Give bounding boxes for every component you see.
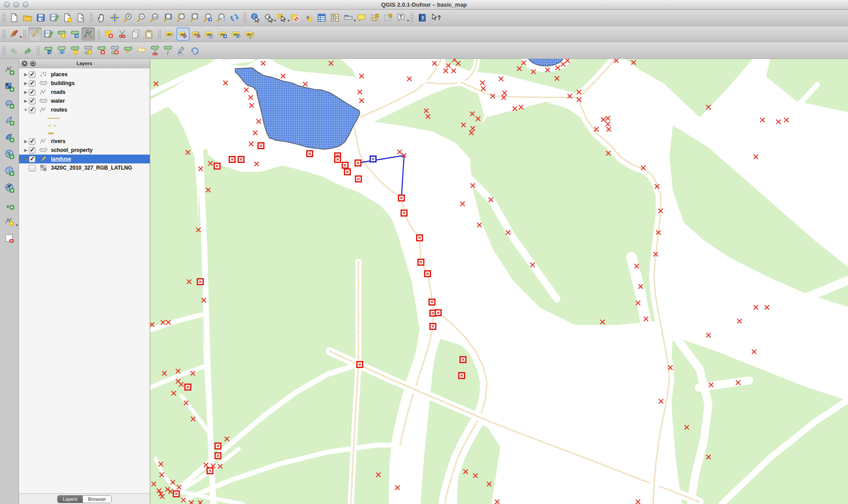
new-project-button[interactable]: [8, 11, 21, 24]
zoom-in-button[interactable]: +: [121, 11, 135, 24]
save-project-as-button[interactable]: [47, 11, 61, 24]
node-tool-button[interactable]: [82, 27, 95, 41]
delete-selected-button[interactable]: [102, 27, 116, 41]
field-calculator-button[interactable]: [328, 11, 342, 24]
layer-visibility-checkbox[interactable]: [29, 80, 35, 87]
selected-vertex-marker[interactable]: [342, 163, 348, 168]
whats-this-button[interactable]: ?: [429, 11, 442, 24]
layer-item-roads[interactable]: ▶ roads: [19, 88, 150, 97]
selected-vertex-marker[interactable]: [460, 357, 466, 363]
zoom-to-selection-button[interactable]: [175, 11, 188, 24]
layer-item-3420c-2010-327-rgb-latlng[interactable]: 3420C_2010_327_RGB_LATLNG: [19, 163, 150, 172]
add-oracle-layer-button[interactable]: [2, 130, 17, 145]
add-wms-layer-button[interactable]: [2, 147, 17, 162]
selected-vertex-marker[interactable]: [429, 299, 435, 305]
selected-vertex-marker[interactable]: [185, 384, 191, 390]
add-wcs-layer-button[interactable]: [2, 163, 17, 178]
expand-arrow-icon[interactable]: ▶: [23, 99, 29, 103]
routes-style-swatch[interactable]: [19, 122, 150, 129]
toolbar-grip[interactable]: [23, 29, 27, 39]
selected-vertex-marker[interactable]: [357, 362, 363, 368]
expand-arrow-icon[interactable]: ▶: [23, 81, 29, 85]
selected-vertex-marker[interactable]: [215, 453, 221, 459]
layer-item-water[interactable]: ▶ water: [19, 97, 150, 105]
routes-style-swatch[interactable]: [19, 129, 150, 137]
label-rotate-button[interactable]: abc: [230, 27, 243, 41]
dropdown-arrow-icon[interactable]: ▾: [20, 35, 22, 39]
refresh-map-button[interactable]: [228, 11, 241, 24]
toggle-editing-button[interactable]: [28, 27, 42, 41]
selected-vertex-marker[interactable]: [307, 151, 313, 157]
zoom-full-button[interactable]: [161, 11, 175, 24]
save-layer-edits-button[interactable]: [42, 27, 55, 41]
expand-arrow-icon[interactable]: ▶: [23, 157, 29, 161]
add-ring-button[interactable]: [68, 44, 82, 57]
selected-vertex-marker[interactable]: [417, 235, 423, 241]
layer-item-school-property[interactable]: ▶ school_property: [19, 146, 150, 155]
layer-visibility-checkbox[interactable]: [29, 71, 35, 78]
toolbar-grip[interactable]: [2, 29, 6, 39]
simplify-feature-button[interactable]: [55, 44, 68, 57]
rotate-point-symbols-button[interactable]: [188, 44, 201, 57]
add-postgis-layer-button[interactable]: [2, 96, 17, 111]
zoom-out-button[interactable]: −: [135, 11, 148, 24]
add-spatialite-layer-button[interactable]: [2, 113, 17, 128]
label-visibility-button[interactable]: abc: [203, 27, 216, 41]
pan-map-button[interactable]: [95, 11, 108, 24]
split-parts-button[interactable]: [161, 44, 175, 57]
panel-tab-browser[interactable]: Browser: [83, 496, 111, 503]
cut-features-button[interactable]: [116, 27, 129, 41]
new-shapefile-layer-button[interactable]: ▾: [2, 214, 17, 229]
rotate-feature-button[interactable]: [42, 44, 55, 57]
selected-vertex-marker[interactable]: [174, 491, 179, 497]
identify-features-button[interactable]: i: [249, 11, 262, 24]
dropdown-arrow-icon[interactable]: ▾: [16, 223, 18, 227]
paste-features-button[interactable]: [142, 27, 156, 41]
add-vector-layer-button[interactable]: [2, 62, 17, 78]
selected-vertex-marker[interactable]: [335, 157, 341, 163]
save-project-button[interactable]: [34, 11, 47, 24]
layer-item-buildings[interactable]: ▶ buildings: [19, 79, 150, 88]
add-part-button[interactable]: [82, 44, 95, 57]
selected-vertex-marker[interactable]: [355, 160, 361, 166]
selected-vertex-marker[interactable]: [418, 260, 424, 265]
open-project-button[interactable]: [21, 11, 34, 24]
selected-vertex-marker[interactable]: [258, 143, 264, 149]
expand-arrow-icon[interactable]: ▶: [23, 72, 29, 77]
help-contents-button[interactable]: ?: [416, 11, 429, 24]
add-delimited-text-button[interactable]: ,: [2, 197, 17, 212]
pan-to-selection-button[interactable]: [108, 11, 121, 24]
reshape-features-button[interactable]: [121, 44, 135, 57]
layer-item-landuse[interactable]: ▶ landuse: [19, 155, 150, 163]
layer-visibility-checkbox[interactable]: [29, 98, 35, 105]
remove-layer-button[interactable]: [2, 231, 17, 246]
select-by-expression-button[interactable]: ε: [302, 11, 315, 24]
new-bookmark-button[interactable]: [368, 11, 381, 24]
selected-vertex-marker[interactable]: [215, 443, 221, 449]
selected-vertex-marker[interactable]: [436, 310, 441, 316]
layer-visibility-checkbox[interactable]: [29, 89, 35, 96]
toolbar-grip[interactable]: [2, 13, 6, 23]
selected-vertex-marker[interactable]: [214, 163, 220, 169]
redo-button[interactable]: [21, 44, 34, 57]
toolbar-grip[interactable]: [410, 13, 414, 23]
layer-visibility-checkbox[interactable]: [29, 138, 35, 145]
layer-item-routes[interactable]: ▼ routes: [19, 105, 150, 114]
routes-style-swatch[interactable]: [19, 114, 150, 122]
zoom-native-button[interactable]: 1:1: [148, 11, 161, 24]
dropdown-arrow-icon[interactable]: ▾: [407, 19, 409, 23]
selected-vertex-marker[interactable]: [198, 279, 203, 285]
deselect-features-button[interactable]: [288, 11, 302, 24]
selected-vertex-marker[interactable]: [230, 157, 235, 163]
add-wfs-layer-button[interactable]: [2, 180, 17, 195]
expand-arrow-icon[interactable]: ▶: [23, 90, 29, 94]
composer-manager-button[interactable]: [74, 11, 87, 24]
selected-vertex-marker[interactable]: [459, 373, 465, 379]
selected-vertex-marker[interactable]: [425, 271, 431, 277]
layer-visibility-checkbox[interactable]: [29, 107, 35, 113]
delete-part-button[interactable]: [108, 44, 121, 57]
label-hold-button[interactable]: ab: [190, 27, 203, 41]
run-feature-action-button[interactable]: ▾: [262, 11, 275, 24]
layer-visibility-checkbox[interactable]: [29, 147, 35, 154]
toolbar-grip[interactable]: [36, 46, 40, 55]
